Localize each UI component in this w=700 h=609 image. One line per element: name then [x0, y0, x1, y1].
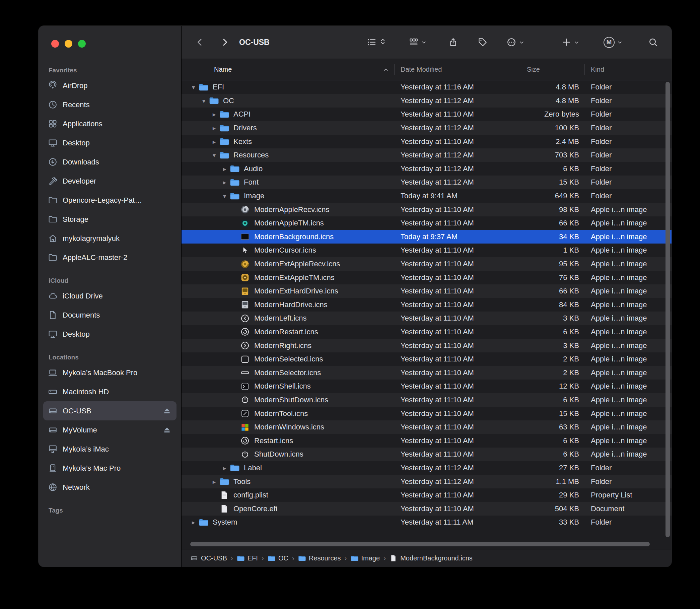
file-row-modernapplerecv-icns[interactable]: ModernAppleRecv.icnsYesterday at 11:10 A… — [181, 203, 671, 216]
view-options-button[interactable] — [367, 37, 386, 47]
file-row-modernrestart-icns[interactable]: ModernRestart.icnsYesterday at 11:10 AM6… — [181, 325, 671, 339]
file-row-kexts[interactable]: ▸KextsYesterday at 11:10 AM2.4 MBFolder — [181, 135, 671, 149]
account-menu-button[interactable]: M — [603, 37, 623, 48]
file-row-modernleft-icns[interactable]: ModernLeft.icnsYesterday at 11:10 AM3 KB… — [181, 312, 671, 325]
file-row-moderntool-icns[interactable]: ModernTool.icnsYesterday at 11:10 AM15 K… — [181, 407, 671, 420]
minimize-button[interactable] — [65, 40, 72, 48]
file-row-modernselected-icns[interactable]: ModernSelected.icnsYesterday at 11:10 AM… — [181, 352, 671, 366]
file-size: 6 KB — [519, 164, 584, 173]
share-button[interactable] — [448, 37, 458, 47]
sidebar-item-macintosh-hd[interactable]: Macintosh HD — [43, 382, 176, 401]
file-row-modernright-icns[interactable]: ModernRight.icnsYesterday at 11:10 AM3 K… — [181, 339, 671, 352]
file-row-resources[interactable]: ▾ResourcesYesterday at 11:12 AM703 KBFol… — [181, 149, 671, 162]
sidebar-item-network[interactable]: Network — [43, 478, 176, 497]
disclosure-open-icon[interactable]: ▾ — [220, 192, 230, 199]
more-actions-button[interactable] — [506, 37, 525, 47]
sidebar-item-desktop[interactable]: Desktop — [43, 133, 176, 152]
group-button[interactable] — [408, 37, 427, 47]
search-button[interactable] — [648, 37, 658, 47]
file-row-modernshell-icns[interactable]: ModernShell.icnsYesterday at 11:10 AM12 … — [181, 380, 671, 393]
file-row-modernbackground-icns[interactable]: ModernBackground.icnsToday at 9:37 AM34 … — [181, 230, 671, 244]
sidebar-item-myvolume[interactable]: MyVolume — [43, 420, 176, 439]
file-row-moderncursor-icns[interactable]: ModernCursor.icnsYesterday at 11:10 AM1 … — [181, 244, 671, 257]
disclosure-open-icon[interactable]: ▾ — [209, 152, 220, 159]
sidebar-item-label: Network — [63, 483, 90, 492]
sidebar-item-airdrop[interactable]: AirDrop — [43, 76, 176, 95]
close-button[interactable] — [51, 40, 59, 48]
sidebar-item-applealc-master-2[interactable]: AppleALC-master-2 — [43, 248, 176, 267]
file-kind: Apple i…n image — [584, 260, 663, 268]
horizontal-scrollbar-thumb[interactable] — [190, 542, 650, 546]
sidebar-item-documents[interactable]: Documents — [43, 306, 176, 325]
sidebar-item-oc-usb[interactable]: OC-USB — [43, 401, 176, 420]
file-row-image[interactable]: ▾ImageToday at 9:41 AM649 KBFolder — [181, 189, 671, 203]
vertical-scrollbar-thumb[interactable] — [665, 82, 670, 537]
column-header-name[interactable]: Name — [181, 59, 394, 80]
disclosure-closed-icon[interactable]: ▸ — [209, 138, 220, 145]
forward-button[interactable] — [220, 37, 230, 47]
file-row-modernselector-icns[interactable]: ModernSelector.icnsYesterday at 11:10 AM… — [181, 366, 671, 380]
file-row-shutdown-icns[interactable]: ShutDown.icnsYesterday at 11:10 AM6 KBAp… — [181, 448, 671, 461]
sidebar-item-icloud-drive[interactable]: iCloud Drive — [43, 286, 176, 306]
file-row-modernextappletm-icns[interactable]: ModernExtAppleTM.icnsYesterday at 11:10 … — [181, 271, 671, 284]
file-row-modernextapplerecv-icns[interactable]: ModernExtAppleRecv.icnsYesterday at 11:1… — [181, 257, 671, 271]
sidebar-item-recents[interactable]: Recents — [43, 95, 176, 114]
path-item-image[interactable]: Image — [351, 554, 380, 562]
sidebar-item-mykola-s-macbook-pro[interactable]: Mykola’s MacBook Pro — [43, 363, 176, 382]
file-size: 95 KB — [519, 260, 584, 268]
sidebar-item-mykolagrymalyuk[interactable]: mykolagrymalyuk — [43, 229, 176, 248]
sidebar-item-mykola-s-imac[interactable]: Mykola’s iMac — [43, 439, 176, 458]
eject-icon[interactable] — [162, 406, 172, 416]
tags-button[interactable] — [478, 37, 488, 47]
disclosure-closed-icon[interactable]: ▸ — [220, 464, 230, 472]
file-date-modified: Yesterday at 11:12 AM — [394, 97, 519, 105]
file-row-opencore-efi[interactable]: OpenCore.efiYesterday at 11:10 AM504 KBD… — [181, 502, 671, 516]
eject-icon[interactable] — [162, 425, 172, 435]
disclosure-closed-icon[interactable]: ▸ — [209, 124, 220, 132]
back-button[interactable] — [195, 37, 205, 47]
sidebar-item-opencore-legacy-pat[interactable]: Opencore-Legacy-Pat… — [43, 191, 176, 210]
column-header-size[interactable]: Size — [519, 59, 584, 80]
column-header-kind[interactable]: Kind — [584, 59, 663, 80]
disclosure-open-icon[interactable]: ▾ — [188, 83, 198, 91]
file-row-audio[interactable]: ▸AudioYesterday at 11:12 AM6 KBFolder — [181, 162, 671, 176]
file-row-acpi[interactable]: ▸ACPIYesterday at 11:10 AMZero bytesFold… — [181, 107, 671, 121]
file-row-modernshutdown-icns[interactable]: ModernShutDown.icnsYesterday at 11:10 AM… — [181, 393, 671, 407]
disclosure-closed-icon[interactable]: ▸ — [209, 110, 220, 118]
path-item-label: Resources — [309, 554, 341, 562]
file-row-label[interactable]: ▸LabelYesterday at 11:12 AM27 KBFolder — [181, 461, 671, 475]
file-row-system[interactable]: ▸SystemYesterday at 11:11 AM33 KBFolder — [181, 516, 671, 529]
sidebar-item-developer[interactable]: Developer — [43, 172, 176, 191]
path-item-oc[interactable]: OC — [268, 554, 288, 562]
path-item-label: OC-USB — [201, 554, 227, 562]
file-row-font[interactable]: ▸FontYesterday at 11:12 AM15 KBFolder — [181, 176, 671, 189]
file-row-efi[interactable]: ▾EFIYesterday at 11:16 AM4.8 MBFolder — [181, 81, 671, 94]
sidebar-item-mykola-s-mac-pro[interactable]: Mykola’s Mac Pro — [43, 458, 176, 478]
disclosure-closed-icon[interactable]: ▸ — [209, 478, 220, 485]
file-row-modernharddrive-icns[interactable]: ModernHardDrive.icnsYesterday at 11:10 A… — [181, 298, 671, 312]
sidebar-item-desktop[interactable]: Desktop — [43, 325, 176, 344]
new-item-button[interactable] — [561, 37, 579, 47]
zoom-button[interactable] — [78, 40, 86, 48]
sidebar-item-downloads[interactable]: Downloads — [43, 152, 176, 172]
column-header-date-modified[interactable]: Date Modified — [394, 59, 519, 80]
file-row-drivers[interactable]: ▸DriversYesterday at 11:12 AM100 KBFolde… — [181, 121, 671, 135]
sidebar-item-storage[interactable]: Storage — [43, 210, 176, 229]
path-item-efi[interactable]: EFI — [237, 554, 258, 562]
file-row-oc[interactable]: ▾OCYesterday at 11:12 AM4.8 MBFolder — [181, 94, 671, 108]
file-row-config-plist[interactable]: config.plistYesterday at 11:10 AM29 KBPr… — [181, 488, 671, 502]
file-row-modernappletm-icns[interactable]: ModernAppleTM.icnsYesterday at 11:10 AM6… — [181, 216, 671, 230]
path-item-resources[interactable]: Resources — [298, 554, 341, 562]
disclosure-open-icon[interactable]: ▾ — [198, 97, 209, 105]
sidebar-section-icloud: iCloudiCloud DriveDocumentsDesktop — [38, 275, 181, 344]
disclosure-closed-icon[interactable]: ▸ — [188, 519, 198, 526]
file-row-restart-icns[interactable]: Restart.icnsYesterday at 11:10 AM6 KBApp… — [181, 434, 671, 448]
disclosure-closed-icon[interactable]: ▸ — [220, 178, 230, 186]
path-item-oc-usb[interactable]: OC-USB — [190, 554, 227, 562]
file-row-modernextharddrive-icns[interactable]: ModernExtHardDrive.icnsYesterday at 11:1… — [181, 284, 671, 298]
path-item-modernbackground-icns[interactable]: ModernBackground.icns — [389, 554, 473, 562]
file-row-modernwindows-icns[interactable]: ModernWindows.icnsYesterday at 11:10 AM6… — [181, 420, 671, 434]
sidebar-item-applications[interactable]: Applications — [43, 114, 176, 133]
disclosure-closed-icon[interactable]: ▸ — [220, 165, 230, 173]
file-row-tools[interactable]: ▸ToolsYesterday at 11:12 AM1.1 MBFolder — [181, 475, 671, 488]
